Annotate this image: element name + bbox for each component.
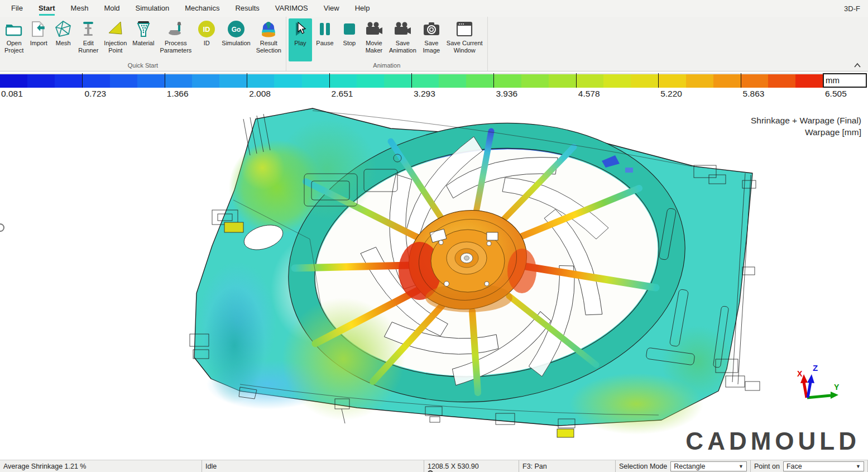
- open-project-label: Open Project: [4, 40, 23, 54]
- colorbar-tick: [411, 73, 412, 88]
- menu-start[interactable]: Start: [31, 0, 63, 17]
- play-button[interactable]: Play: [289, 18, 312, 61]
- cadmould-window: FileStartMeshMoldSimulationMechanicsResu…: [0, 0, 868, 472]
- result-selection-label: Result Selection: [256, 40, 281, 54]
- edit-runner-button[interactable]: Edit Runner: [76, 18, 100, 61]
- go-icon: Go: [227, 20, 246, 39]
- colorbar-tick: [576, 73, 577, 88]
- colorbar-tick: [165, 73, 165, 88]
- save-animation-button[interactable]: Save Animation: [387, 18, 419, 61]
- chevron-down-icon: ▼: [856, 464, 861, 469]
- colorbar-tick: [247, 73, 247, 88]
- selection-mode-value: Rectangle: [674, 463, 705, 470]
- ribbon-group-label: Quick Start: [1, 61, 285, 71]
- save-image-label: Save Image: [423, 40, 440, 54]
- pause-icon: [315, 20, 334, 39]
- axis-x-label: X: [797, 369, 803, 378]
- colorbar-tick: [741, 73, 741, 88]
- menu-mesh[interactable]: Mesh: [63, 0, 97, 17]
- save-image-button[interactable]: Save Image: [420, 18, 443, 61]
- process-parameters-label: Process Parameters: [160, 40, 191, 54]
- photo-camera-icon: [422, 20, 441, 39]
- simulation-button[interactable]: GoSimulation: [219, 18, 252, 61]
- save-animation-label: Save Animation: [389, 40, 416, 54]
- movie-camera-icon: [393, 20, 412, 39]
- save-current-window-button[interactable]: Save Current Window: [444, 18, 485, 61]
- svg-text:ID: ID: [203, 25, 210, 34]
- cursor-coordinates: 1208.5 X 530.90: [424, 460, 519, 472]
- cadmould-watermark: CADMOULD: [685, 427, 860, 455]
- simulation-label: Simulation: [222, 40, 250, 47]
- point-on-label: Point on: [754, 463, 780, 470]
- menu-mechanics[interactable]: Mechanics: [177, 0, 227, 17]
- id-badge-icon: ID: [197, 20, 216, 39]
- menu-help[interactable]: Help: [347, 0, 378, 17]
- colorbar-tick: [82, 73, 83, 88]
- save-current-window-label: Save Current Window: [447, 40, 483, 54]
- result-icon: [259, 20, 278, 39]
- material-button[interactable]: Material: [130, 18, 156, 61]
- menu-file[interactable]: File: [3, 0, 31, 17]
- result-annotation: Shrinkage + Warpage (Final) Warpage [mm]: [751, 115, 861, 138]
- menu-simulation[interactable]: Simulation: [128, 0, 178, 17]
- colorbar-tick: [329, 73, 330, 88]
- collapse-ribbon-chevron-icon[interactable]: [853, 62, 861, 69]
- movie-maker-button[interactable]: Movie Maker: [362, 18, 386, 61]
- selection-mode-dropdown[interactable]: Rectangle ▼: [670, 461, 747, 471]
- injection-point-button[interactable]: Injection Point: [102, 18, 129, 61]
- stop-button[interactable]: Stop: [338, 18, 361, 61]
- ribbon-group-animation: PlayPauseStopMovie MakerSave AnimationSa…: [286, 17, 488, 71]
- fan-shroud-model[interactable]: [0, 71, 868, 460]
- colorbar-tick: [658, 73, 659, 88]
- menubar: FileStartMeshMoldSimulationMechanicsResu…: [0, 0, 868, 17]
- material-label: Material: [132, 40, 154, 47]
- axis-y-label: Y: [834, 383, 840, 392]
- import-label: Import: [30, 40, 47, 47]
- point-on-dropdown[interactable]: Face ▼: [783, 461, 864, 471]
- pause-label: Pause: [316, 40, 333, 47]
- mesh-button[interactable]: Mesh: [51, 18, 75, 61]
- svg-text:Go: Go: [232, 26, 241, 34]
- window-icon: [455, 20, 474, 39]
- injection-point-label: Injection Point: [104, 40, 127, 54]
- runner-icon: [79, 20, 98, 39]
- axis-z-label: Z: [813, 363, 818, 373]
- point-on-value: Face: [787, 463, 802, 470]
- id-label: ID: [204, 40, 210, 47]
- id-button[interactable]: IDID: [195, 18, 218, 61]
- pan-hint: F3: Pan: [519, 460, 616, 472]
- open-project-button[interactable]: Open Project: [2, 18, 26, 61]
- menu-results[interactable]: Results: [227, 0, 267, 17]
- cone-icon: [106, 20, 125, 39]
- edit-runner-label: Edit Runner: [78, 40, 98, 54]
- average-shrinkage-status: Average Shrinkage 1.21 %: [0, 460, 202, 472]
- play-label: Play: [294, 40, 306, 47]
- stop-icon: [340, 20, 359, 39]
- ribbon-toolbar: Open ProjectImportMeshEdit RunnerInjecti…: [0, 17, 868, 71]
- statusbar: Average Shrinkage 1.21 % Idle 1208.5 X 5…: [0, 460, 868, 472]
- movie-maker-label: Movie Maker: [366, 40, 383, 54]
- mesh-icon: [54, 20, 73, 39]
- ribbon-group-quick-start: Open ProjectImportMeshEdit RunnerInjecti…: [0, 17, 286, 71]
- import-button[interactable]: Import: [27, 18, 50, 61]
- menu-varimos[interactable]: VARIMOS: [267, 0, 316, 17]
- folder-icon: [4, 20, 23, 39]
- pause-button[interactable]: Pause: [313, 18, 337, 61]
- movie-camera-icon: [365, 20, 383, 39]
- solver-state-status: Idle: [202, 460, 424, 472]
- selection-mode-label: Selection Mode: [619, 463, 667, 470]
- process-parameters-button[interactable]: Process Parameters: [157, 18, 194, 61]
- annotation-line2: Warpage [mm]: [751, 126, 861, 138]
- import-icon: [29, 20, 48, 39]
- ribbon-group-label: Animation: [287, 61, 486, 71]
- chevron-down-icon: ▼: [738, 464, 744, 469]
- menu-view[interactable]: View: [316, 0, 347, 17]
- viewport-3d[interactable]: mm 0.0810.7231.3662.0082.6513.2933.9364.…: [0, 71, 868, 460]
- funnel-icon: [134, 20, 153, 39]
- menu-mold[interactable]: Mold: [96, 0, 127, 17]
- axis-triad: X Z Y: [795, 363, 843, 404]
- stop-label: Stop: [343, 40, 356, 47]
- result-selection-button[interactable]: Result Selection: [254, 18, 284, 61]
- annotation-line1: Shrinkage + Warpage (Final): [751, 115, 861, 126]
- mesh-label: Mesh: [56, 40, 71, 47]
